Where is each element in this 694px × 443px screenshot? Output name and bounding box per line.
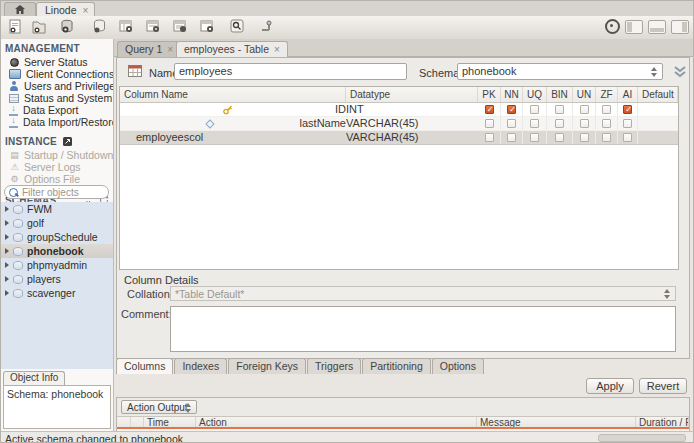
new-view-icon[interactable] <box>116 19 136 36</box>
column-default[interactable] <box>638 117 678 130</box>
tab-partitioning[interactable]: Partitioning <box>362 358 431 374</box>
col-header[interactable]: Column Name <box>120 87 346 102</box>
tab-foreign-keys[interactable]: Foreign Keys <box>228 358 306 374</box>
ai-checkbox[interactable] <box>623 119 632 128</box>
new-procedure-icon[interactable] <box>143 19 163 36</box>
ai-checkbox[interactable] <box>623 133 632 142</box>
collation-select[interactable]: *Table Default* <box>170 286 676 301</box>
schema-icon <box>13 233 23 242</box>
tab-employees-table[interactable]: employees - Table× <box>176 41 288 58</box>
uq-checkbox[interactable] <box>530 119 539 128</box>
horizontal-scrollbar-thumb[interactable] <box>598 434 686 442</box>
expander-icon[interactable] <box>5 276 9 282</box>
tab-options[interactable]: Options <box>432 358 484 374</box>
schema-item-phonebook[interactable]: phonebook <box>1 244 113 258</box>
schema-item-scavenger[interactable]: scavenger <box>1 286 113 300</box>
instance-config-icon[interactable] <box>63 137 72 146</box>
zf-checkbox[interactable] <box>602 133 611 142</box>
tab-columns[interactable]: Columns <box>116 358 173 374</box>
un-checkbox[interactable] <box>580 105 589 114</box>
reconnect-icon[interactable] <box>257 19 277 36</box>
pk-checkbox[interactable] <box>485 119 494 128</box>
sidebar-item-status-variables[interactable]: Status and System Variables <box>1 92 113 104</box>
new-schema-icon[interactable] <box>57 19 77 36</box>
new-function-icon[interactable] <box>170 19 190 36</box>
new-user-icon[interactable] <box>197 19 217 36</box>
schema-filter-input[interactable]: Filter objects <box>4 185 109 199</box>
close-icon[interactable]: × <box>167 44 173 55</box>
un-checkbox[interactable] <box>580 133 589 142</box>
expander-icon[interactable] <box>5 220 9 226</box>
expander-icon[interactable] <box>5 206 9 212</box>
action-output-select[interactable]: Action Output <box>121 400 197 414</box>
sidebar-item-server-logs[interactable]: ⚠Server Logs <box>1 161 113 173</box>
tab-triggers[interactable]: Triggers <box>307 358 361 374</box>
new-sql-tab-icon[interactable] <box>5 19 25 36</box>
comment-textarea[interactable] <box>170 306 676 352</box>
expander-icon[interactable] <box>5 262 9 268</box>
apply-button[interactable]: Apply <box>586 378 634 394</box>
nn-checkbox[interactable] <box>507 133 516 142</box>
col-header[interactable]: ZF <box>596 87 618 102</box>
schema-item-players[interactable]: players <box>1 272 113 286</box>
table-row[interactable]: lastName VARCHAR(45) <box>120 117 678 131</box>
toggle-left-panel-icon[interactable] <box>625 20 643 34</box>
stepper-icon[interactable] <box>650 67 659 77</box>
close-icon[interactable]: × <box>274 44 280 55</box>
schema-select[interactable]: phonebook <box>457 63 663 80</box>
table-name-input[interactable]: employees <box>174 63 407 80</box>
activity-gauge-icon[interactable] <box>605 19 620 34</box>
col-header[interactable]: Datatype <box>346 87 478 102</box>
column-default[interactable] <box>638 103 678 116</box>
expander-icon[interactable] <box>5 234 9 240</box>
toggle-bottom-panel-icon[interactable] <box>648 20 666 34</box>
open-sql-script-icon[interactable] <box>29 19 49 36</box>
sidebar-item-server-status[interactable]: Server Status <box>1 56 113 68</box>
sidebar-item-options-file[interactable]: ⚙Options File <box>1 173 113 185</box>
bin-checkbox[interactable] <box>555 133 564 142</box>
sidebar-item-startup-shutdown[interactable]: ▤Startup / Shutdown <box>1 149 113 161</box>
sidebar-item-client-connections[interactable]: Client Connections <box>1 68 113 80</box>
col-header[interactable]: AI <box>618 87 638 102</box>
tab-indexes[interactable]: Indexes <box>174 358 227 374</box>
uq-checkbox[interactable] <box>530 133 539 142</box>
pk-checkbox[interactable] <box>485 105 494 114</box>
col-header[interactable]: Default <box>638 87 678 102</box>
tab-query-1[interactable]: Query 1× <box>117 41 181 58</box>
sidebar-item-users-privileges[interactable]: Users and Privileges <box>1 80 113 92</box>
table-row-selected[interactable]: employeescol VARCHAR(45) <box>120 131 678 145</box>
nn-checkbox[interactable] <box>507 119 516 128</box>
revert-button[interactable]: Revert <box>639 378 687 394</box>
bin-checkbox[interactable] <box>555 105 564 114</box>
expander-icon[interactable] <box>5 248 9 254</box>
schema-item-groupschedule[interactable]: groupSchedule <box>1 230 113 244</box>
schema-item-fwm[interactable]: FWM <box>1 202 113 216</box>
home-tab[interactable] <box>4 2 36 17</box>
column-default[interactable] <box>638 131 678 144</box>
zf-checkbox[interactable] <box>602 119 611 128</box>
col-header[interactable]: PK <box>478 87 501 102</box>
un-checkbox[interactable] <box>580 119 589 128</box>
expander-icon[interactable] <box>5 290 9 296</box>
tab-object-info[interactable]: Object Info <box>3 371 65 385</box>
schema-item-golf[interactable]: golf <box>1 216 113 230</box>
bin-checkbox[interactable] <box>555 119 564 128</box>
uq-checkbox[interactable] <box>530 105 539 114</box>
col-header[interactable]: UQ <box>523 87 547 102</box>
search-icon[interactable] <box>227 19 247 36</box>
table-row[interactable]: ID INT <box>120 103 678 117</box>
new-table-icon[interactable] <box>89 19 109 36</box>
toggle-right-panel-icon[interactable] <box>671 20 689 34</box>
col-header[interactable]: BIN <box>547 87 573 102</box>
schema-item-phpmyadmin[interactable]: phpmyadmin <box>1 258 113 272</box>
col-header[interactable]: UN <box>573 87 596 102</box>
collapse-editor-button[interactable] <box>669 63 691 80</box>
sidebar-item-data-import[interactable]: ↓Data Import/Restore <box>1 116 113 128</box>
nn-checkbox[interactable] <box>507 105 516 114</box>
pk-checkbox[interactable] <box>485 133 494 142</box>
ai-checkbox[interactable] <box>623 105 632 114</box>
col-header[interactable]: NN <box>501 87 523 102</box>
zf-checkbox[interactable] <box>602 105 611 114</box>
close-icon[interactable]: × <box>83 5 89 16</box>
sidebar-item-data-export[interactable]: ↓Data Export <box>1 104 113 116</box>
